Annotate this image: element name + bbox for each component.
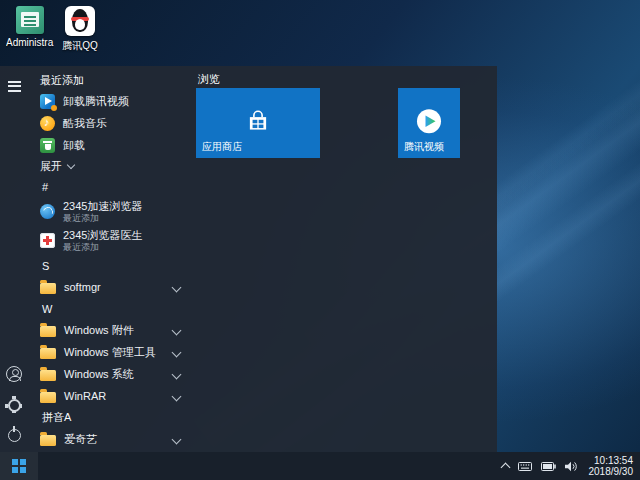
volume-icon[interactable] <box>565 461 578 472</box>
tencent-video-uninstall-icon <box>40 94 55 109</box>
section-header-pinyin-a[interactable]: 拼音A <box>28 407 194 428</box>
app-row-uninstall[interactable]: 卸载 <box>28 134 194 156</box>
folder-icon <box>40 435 56 446</box>
app-row-2345-browser[interactable]: 2345加速浏览器 最近添加 <box>28 197 194 226</box>
folder-icon <box>40 370 56 381</box>
windows-logo-icon <box>12 459 26 473</box>
start-menu-rail <box>0 66 28 452</box>
expand-label: 展开 <box>40 159 62 174</box>
app-row-windows-system[interactable]: Windows 系统 <box>28 363 194 385</box>
recently-added-tag: 最近添加 <box>63 212 142 224</box>
app-row-windows-accessories[interactable]: Windows 附件 <box>28 319 194 341</box>
settings-button[interactable] <box>5 396 24 415</box>
chevron-down-icon <box>172 347 182 357</box>
2345-browser-icon <box>40 204 55 219</box>
app-row-windows-admin-tools[interactable]: Windows 管理工具 <box>28 341 194 363</box>
recently-added-tag: 最近添加 <box>63 241 142 253</box>
taskbar: 10:13:54 2018/9/30 <box>0 452 640 480</box>
start-app-list: 最近添加 卸载腾讯视频 酷我音乐 卸载 展开 # 2345加速浏览器 最近添加 <box>28 66 194 452</box>
chevron-down-icon <box>172 325 182 335</box>
user-account-button[interactable] <box>6 366 22 382</box>
chevron-down-icon <box>172 391 182 401</box>
folder-icon <box>40 326 56 337</box>
desktop-icon-administrator[interactable]: Administra... <box>6 6 54 48</box>
clock-date: 2018/9/30 <box>589 466 634 478</box>
administrator-folder-icon <box>16 6 44 34</box>
app-label: softmgr <box>64 281 101 293</box>
kuwo-music-icon <box>40 116 55 131</box>
hamburger-icon <box>8 81 21 92</box>
app-label: Windows 附件 <box>64 323 134 338</box>
start-button[interactable] <box>0 452 38 480</box>
qq-penguin-icon <box>65 6 95 36</box>
clock-time: 10:13:54 <box>594 455 633 467</box>
app-label: Windows 系统 <box>64 367 134 382</box>
app-label: 卸载 <box>63 138 85 153</box>
app-label: Windows 管理工具 <box>64 345 156 360</box>
expand-button[interactable]: 展开 <box>28 156 194 176</box>
chevron-down-icon <box>172 369 182 379</box>
folder-icon <box>40 392 56 403</box>
app-label: WinRAR <box>64 390 106 402</box>
app-label: 2345加速浏览器 <box>63 200 142 212</box>
menu-hamburger-button[interactable] <box>8 78 21 94</box>
tile-label: 应用商店 <box>202 140 242 154</box>
tile-tencent-video[interactable]: 腾讯视频 <box>398 88 460 158</box>
desktop-icon-qq[interactable]: 腾讯QQ <box>56 6 104 53</box>
tile-app-store[interactable]: 应用商店 <box>196 88 320 158</box>
folder-icon <box>40 283 56 294</box>
tencent-video-play-icon <box>415 107 443 135</box>
section-header-w[interactable]: W <box>28 298 194 319</box>
app-label: 卸载腾讯视频 <box>63 94 129 109</box>
recently-added-header: 最近添加 <box>28 70 194 90</box>
tile-label: 腾讯视频 <box>404 140 444 154</box>
app-label: 爱奇艺 <box>64 432 97 447</box>
microsoft-store-icon <box>245 108 271 134</box>
2345-browser-doctor-icon <box>40 233 55 248</box>
app-row-uninstall-tencent-video[interactable]: 卸载腾讯视频 <box>28 90 194 112</box>
section-header-hash[interactable]: # <box>28 176 194 197</box>
uninstall-icon <box>40 138 55 153</box>
desktop-icon-label: Administra... <box>6 37 54 48</box>
power-button[interactable] <box>8 429 21 442</box>
desktop-icon-label: 腾讯QQ <box>62 39 98 53</box>
battery-icon[interactable] <box>541 462 556 471</box>
chevron-down-icon <box>172 434 182 444</box>
gear-icon <box>8 399 21 412</box>
app-row-softmgr[interactable]: softmgr <box>28 276 194 298</box>
taskbar-clock[interactable]: 10:13:54 2018/9/30 <box>589 455 637 478</box>
app-row-kuwo-music[interactable]: 酷我音乐 <box>28 112 194 134</box>
chevron-down-icon <box>172 282 182 292</box>
power-icon <box>8 429 21 442</box>
tile-group-header-browse[interactable]: 浏览 <box>196 66 497 87</box>
folder-icon <box>40 348 56 359</box>
app-label: 酷我音乐 <box>63 116 107 131</box>
app-row-winrar[interactable]: WinRAR <box>28 385 194 407</box>
hidden-icons-chevron-icon[interactable] <box>500 462 510 472</box>
user-icon <box>6 366 22 382</box>
app-row-2345-browser-doctor[interactable]: 2345浏览器医生 最近添加 <box>28 226 194 255</box>
tiles-area: 浏览 应用商店 <box>196 66 497 452</box>
touch-keyboard-icon[interactable] <box>518 461 532 472</box>
app-label: 2345浏览器医生 <box>63 229 142 241</box>
start-menu: 最近添加 卸载腾讯视频 酷我音乐 卸载 展开 # 2345加速浏览器 最近添加 <box>0 66 497 452</box>
section-header-s[interactable]: S <box>28 255 194 276</box>
chevron-down-icon <box>67 160 75 168</box>
system-tray: 10:13:54 2018/9/30 <box>502 452 640 480</box>
app-row-iqiyi[interactable]: 爱奇艺 <box>28 428 194 450</box>
